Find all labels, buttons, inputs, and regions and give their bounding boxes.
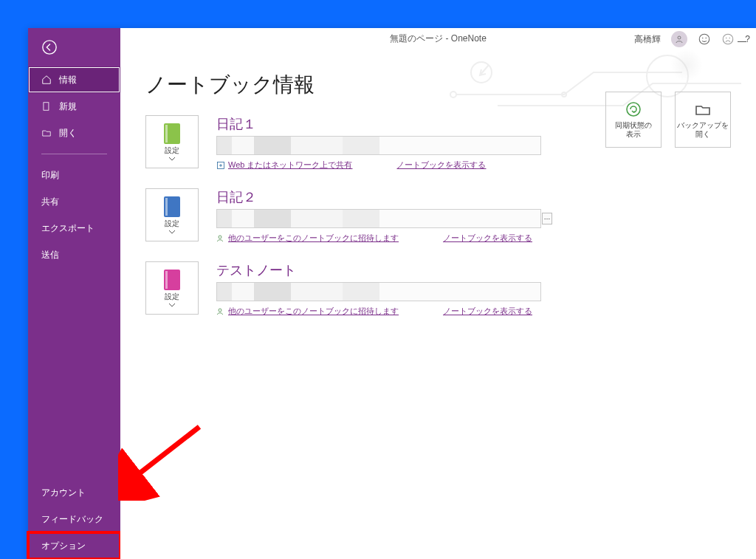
sidebar-label: フィードバック bbox=[41, 513, 103, 526]
show-notebook-link[interactable]: ノートブックを表示する bbox=[443, 233, 532, 244]
home-icon bbox=[41, 75, 52, 85]
sidebar-label: アカウント bbox=[41, 487, 86, 499]
notebook-settings-button[interactable]: 設定 bbox=[145, 261, 199, 315]
settings-label: 設定 bbox=[165, 145, 179, 156]
sync-status-button[interactable]: 同期状態の 表示 bbox=[605, 92, 662, 148]
user-avatar[interactable] bbox=[671, 31, 687, 47]
svg-point-5 bbox=[706, 38, 707, 39]
sidebar-item-account[interactable]: アカウント bbox=[28, 479, 120, 506]
sidebar-label: 新規 bbox=[59, 100, 77, 113]
sidebar-label: 送信 bbox=[41, 249, 59, 261]
svg-point-16 bbox=[219, 309, 221, 312]
notebook-settings-button[interactable]: 設定 bbox=[145, 115, 199, 168]
path-more-button[interactable]: … bbox=[542, 213, 552, 224]
notebook-body: 日記２ … 他のユーザーをこのノートブックに招待します ノートブックを表示する bbox=[216, 188, 541, 244]
app-window: 情報 新規 開く 印刷 共有 エクスポート 送信 アカウント bbox=[28, 28, 756, 559]
chevron-down-icon bbox=[169, 303, 175, 307]
svg-point-2 bbox=[678, 36, 681, 39]
notebook-body: 日記１ Web またはネットワーク上で共有 ノートブックを表示する bbox=[216, 115, 541, 171]
notebook-icon bbox=[164, 270, 180, 290]
sidebar-label: エクスポート bbox=[41, 222, 94, 235]
window-title: 無題のページ - OneNote bbox=[390, 32, 487, 45]
invite-users-link[interactable]: 他のユーザーをこのノートブックに招待します bbox=[216, 306, 399, 317]
show-notebook-link[interactable]: ノートブックを表示する bbox=[443, 306, 532, 317]
notebook-links: Web またはネットワーク上で共有 ノートブックを表示する bbox=[216, 160, 541, 171]
sidebar-item-feedback[interactable]: フィードバック bbox=[28, 506, 120, 532]
sidebar-label: 開く bbox=[59, 127, 77, 140]
title-bar: 無題のページ - OneNote 高橋輝 ? bbox=[120, 28, 756, 49]
action-label: 同期状態の 表示 bbox=[615, 121, 652, 139]
open-backup-button[interactable]: バックアップを 開く bbox=[675, 92, 731, 148]
sidebar-divider bbox=[41, 154, 107, 154]
sync-icon bbox=[625, 100, 642, 118]
backstage-sidebar: 情報 新規 開く 印刷 共有 エクスポート 送信 アカウント bbox=[28, 28, 120, 559]
chevron-down-icon bbox=[169, 230, 175, 234]
sidebar-label: 情報 bbox=[59, 74, 77, 86]
settings-label: 設定 bbox=[165, 292, 179, 302]
person-icon bbox=[675, 35, 684, 44]
sidebar-item-export[interactable]: エクスポート bbox=[28, 215, 120, 241]
back-button[interactable] bbox=[28, 28, 120, 66]
minimize-button[interactable] bbox=[731, 34, 753, 49]
sidebar-label: オプション bbox=[41, 540, 86, 552]
person-add-icon bbox=[216, 234, 225, 243]
right-actions: 同期状態の 表示 バックアップを 開く bbox=[605, 92, 731, 148]
smile-icon[interactable] bbox=[698, 32, 711, 46]
notebook-icon bbox=[164, 123, 180, 144]
notebook-row: 設定 日記２ … 他のユーザーをこのノートブックに招待します ノートブックを表示… bbox=[145, 188, 731, 244]
chevron-down-icon bbox=[169, 157, 175, 161]
notebook-path-field[interactable] bbox=[216, 136, 541, 155]
sidebar-item-print[interactable]: 印刷 bbox=[28, 162, 120, 188]
user-name: 高橋輝 bbox=[634, 33, 661, 46]
notebook-path-field[interactable] bbox=[216, 282, 541, 301]
notebook-settings-button[interactable]: 設定 bbox=[145, 188, 199, 241]
sidebar-item-share[interactable]: 共有 bbox=[28, 188, 120, 215]
sidebar-item-send[interactable]: 送信 bbox=[28, 241, 120, 268]
notebook-links: 他のユーザーをこのノートブックに招待します ノートブックを表示する bbox=[216, 233, 541, 244]
svg-point-7 bbox=[726, 38, 727, 39]
notebook-row: 設定 テストノート 他のユーザーをこのノートブックに招待します ノートブックを表… bbox=[145, 261, 731, 317]
notebook-name: 日記１ bbox=[216, 115, 541, 133]
sidebar-item-new[interactable]: 新規 bbox=[28, 93, 120, 120]
svg-rect-1 bbox=[44, 103, 49, 111]
folder-icon bbox=[694, 100, 712, 118]
titlebar-right: 高橋輝 ? bbox=[634, 31, 750, 47]
document-icon bbox=[41, 101, 52, 112]
svg-point-4 bbox=[702, 38, 704, 39]
invite-users-link[interactable]: 他のユーザーをこのノートブックに招待します bbox=[216, 233, 399, 244]
backstage-main: 無題のページ - OneNote 高橋輝 ? bbox=[120, 28, 756, 559]
svg-point-15 bbox=[219, 236, 221, 239]
sidebar-item-open[interactable]: 開く bbox=[28, 120, 120, 146]
folder-open-icon bbox=[41, 128, 52, 138]
notebook-body: テストノート 他のユーザーをこのノートブックに招待します ノートブックを表示する bbox=[216, 261, 541, 317]
sidebar-label: 共有 bbox=[41, 196, 59, 208]
notebook-name: テストノート bbox=[216, 261, 541, 279]
sidebar-item-info[interactable]: 情報 bbox=[28, 66, 120, 93]
sidebar-item-options[interactable]: オプション bbox=[28, 532, 120, 559]
action-label: バックアップを 開く bbox=[677, 121, 729, 139]
share-icon bbox=[216, 161, 225, 170]
content-area: ノートブック情報 同期状態の 表示 バックアップを 開く 設定 bbox=[120, 49, 756, 357]
back-arrow-icon bbox=[41, 39, 58, 55]
svg-point-3 bbox=[700, 34, 710, 44]
notebook-links: 他のユーザーをこのノートブックに招待します ノートブックを表示する bbox=[216, 306, 541, 317]
person-add-icon bbox=[216, 307, 225, 316]
svg-point-13 bbox=[627, 103, 640, 116]
notebook-name: 日記２ bbox=[216, 188, 541, 206]
notebook-icon bbox=[164, 196, 180, 217]
share-web-link[interactable]: Web またはネットワーク上で共有 bbox=[216, 160, 352, 171]
sidebar-label: 印刷 bbox=[41, 169, 59, 182]
settings-label: 設定 bbox=[165, 219, 179, 229]
svg-point-0 bbox=[43, 41, 56, 54]
show-notebook-link[interactable]: ノートブックを表示する bbox=[396, 160, 486, 171]
notebook-path-field[interactable]: … bbox=[216, 209, 541, 228]
